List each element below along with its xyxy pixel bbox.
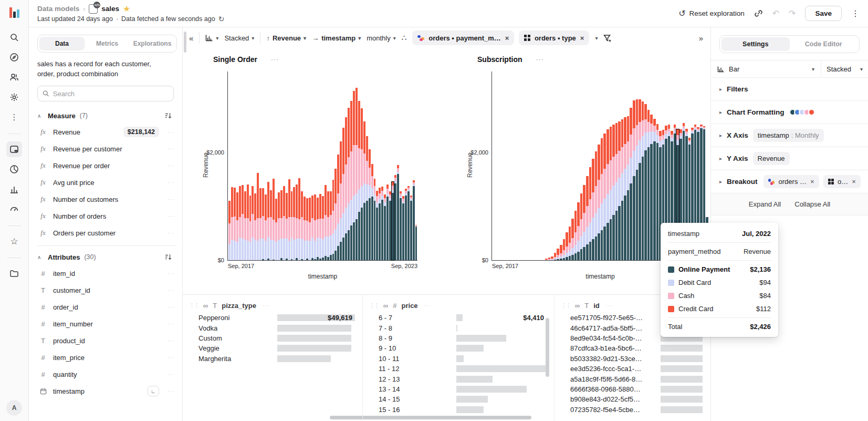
summary-row[interactable]: 87cdfca3-b1ea-5bc6-… [555,343,710,353]
sort-icon[interactable] [165,112,172,119]
row-menu-icon[interactable]: ··· [168,213,177,219]
bar[interactable] [317,198,319,260]
bar[interactable] [334,169,337,260]
filters-section[interactable]: ▸ Filters [711,78,868,101]
drag-handle-icon[interactable]: ⋮⋮ [561,302,570,309]
collapse-all-link[interactable]: Collapse All [794,200,830,208]
bar[interactable] [402,196,404,260]
y-axis-chip[interactable]: Revenue [753,152,790,165]
bar[interactable] [345,117,347,260]
bar[interactable] [639,99,641,260]
bar[interactable] [551,256,553,260]
bar[interactable] [366,136,368,260]
list-item-measure[interactable]: fxNumber of customers··· [37,191,177,208]
summary-row[interactable]: 15 - 16 [363,405,554,415]
breakout-chip[interactable]: orders • type× [519,30,589,45]
more-vertical-icon[interactable]: ⋮ [6,109,22,125]
save-button[interactable]: Save [805,6,842,21]
bar[interactable] [350,101,352,260]
collapse-panel-icon[interactable]: « [189,34,193,42]
bar[interactable] [265,194,267,260]
gear-icon[interactable] [6,89,22,105]
bar[interactable] [405,189,407,260]
list-item-attribute[interactable]: #order_id··· [37,299,177,315]
users-icon[interactable] [6,69,22,85]
bar[interactable] [369,149,371,260]
bar[interactable] [627,116,630,260]
row-menu-icon[interactable]: ··· [168,129,177,135]
bar[interactable] [301,191,303,260]
bar[interactable] [592,159,594,260]
sidebar-item-dashboards[interactable] [6,181,22,197]
tab-code-editor[interactable]: Code Editor [790,37,858,51]
summary-row[interactable]: 14 - 15 [363,394,554,404]
app-logo[interactable] [9,6,19,18]
bar[interactable] [642,101,644,260]
favorite-star-icon[interactable]: ★ [123,4,130,14]
bar[interactable] [407,186,410,260]
row-menu-icon[interactable]: ··· [168,304,177,310]
bar[interactable] [254,193,256,260]
list-item-attribute[interactable]: Tproduct_id··· [37,332,177,349]
bar[interactable] [353,91,355,260]
viz-mode-select[interactable]: Stacked ▾ [821,60,868,77]
vertical-scrollbar-thumb[interactable] [184,32,186,53]
bar[interactable] [595,151,598,260]
chart-formatting-section[interactable]: ▸ Chart Formatting [711,101,868,124]
refresh-icon[interactable]: ↻ [218,15,225,23]
bar[interactable] [647,110,650,260]
bar[interactable] [296,184,298,260]
bar[interactable] [257,173,259,260]
bar[interactable] [656,124,659,260]
summary-row[interactable]: ee3d5236-fccc-5ca1-… [555,364,710,374]
bar[interactable] [606,129,609,260]
bar[interactable] [280,190,283,260]
chip-close-icon[interactable]: × [810,178,814,186]
bar[interactable] [598,145,600,260]
bar[interactable] [566,232,568,260]
bar[interactable] [288,179,290,260]
bar[interactable] [252,186,254,260]
breakout-chip[interactable]: o…× [823,175,861,188]
summary-panel-header[interactable]: ⋮⋮∞#price··· [363,298,554,313]
bar[interactable] [342,128,344,260]
bar[interactable] [262,188,264,260]
bar[interactable] [415,225,417,260]
row-menu-icon[interactable]: ··· [168,196,177,202]
folder-icon[interactable] [6,265,22,281]
summary-menu-icon[interactable]: ··· [262,302,271,309]
bar[interactable] [384,194,386,260]
tab-metrics[interactable]: Metrics [85,37,130,50]
summary-row[interactable]: a5a18c9f-f5f6-5d66-8… [555,374,710,384]
row-menu-icon[interactable]: ··· [168,162,177,169]
chips-overflow-icon[interactable]: ▾ [595,35,598,41]
bar[interactable] [259,188,262,260]
bar[interactable] [569,227,571,260]
bar[interactable] [621,119,624,260]
header-kebab-icon[interactable]: ⋮ [851,9,860,18]
chart-type-button[interactable]: ▾ [205,34,218,42]
bar[interactable] [376,191,378,260]
row-menu-icon[interactable]: ··· [168,270,177,276]
summary-row[interactable]: 11 - 12 [363,364,554,374]
bar[interactable] [603,134,606,260]
bar[interactable] [545,259,548,260]
summary-row[interactable]: 8 - 9 [363,333,554,343]
row-menu-icon[interactable]: ··· [168,230,177,236]
panel-scrollbar-thumb[interactable] [546,318,549,377]
bar[interactable] [389,191,391,260]
expand-panel-icon[interactable]: » [699,34,703,42]
bar[interactable] [612,125,615,260]
summary-row[interactable]: Vodka [183,323,362,333]
bar[interactable] [381,187,383,260]
bar[interactable] [400,191,402,260]
search-input[interactable] [53,90,169,98]
bar[interactable] [244,191,246,260]
bar[interactable] [273,179,275,260]
bar[interactable] [586,176,589,260]
y-field-dropdown[interactable]: ↑ Revenue ▾ [266,34,306,42]
row-menu-icon[interactable]: ··· [168,388,177,394]
list-item-measure[interactable]: fxRevenue per customer··· [37,140,177,157]
x-field-dropdown[interactable]: → timestamp ▾ [312,34,361,42]
bar[interactable] [278,192,280,260]
